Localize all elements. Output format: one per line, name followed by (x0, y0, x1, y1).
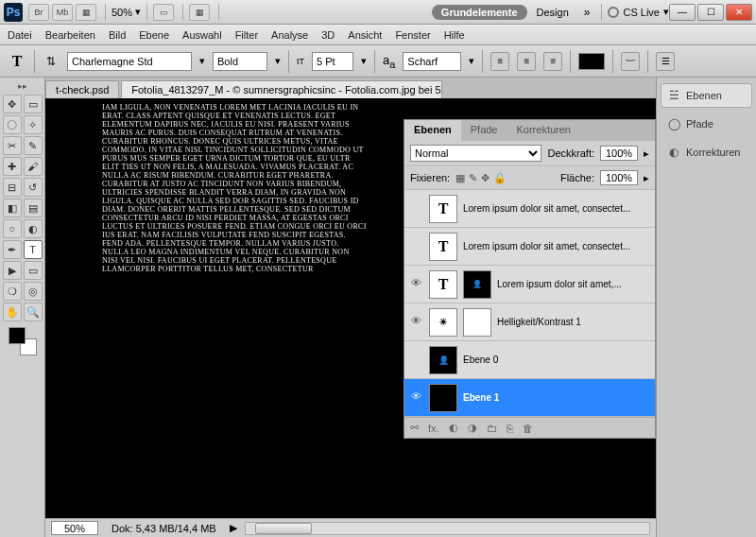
gradient-tool[interactable]: ▤ (24, 199, 43, 217)
scrollbar-thumb[interactable] (255, 523, 312, 534)
hand-tool[interactable]: ✋ (3, 303, 22, 321)
eyedropper-tool[interactable]: ✎ (24, 136, 43, 155)
visibility-icon[interactable]: 👁 (408, 315, 423, 330)
menu-filter[interactable]: Filter (235, 29, 258, 41)
minibridge-button[interactable]: Mb (52, 4, 73, 21)
type-tool[interactable]: T (24, 240, 43, 259)
antialias-field[interactable] (403, 52, 461, 71)
new-group-icon[interactable]: 🗀 (487, 423, 497, 434)
font-family-field[interactable] (67, 52, 192, 71)
dock-korrekturen-button[interactable]: ◐ Korrekturen (661, 140, 752, 165)
char-panel-button[interactable]: ☰ (656, 52, 675, 71)
opacity-field[interactable] (600, 146, 638, 161)
lock-all-icon[interactable]: 🔒 (493, 172, 507, 184)
lock-paint-icon[interactable]: ✎ (469, 172, 477, 184)
font-size-dropdown-icon[interactable]: ▾ (361, 55, 367, 67)
panel-tab-ebenen[interactable]: Ebenen (404, 120, 461, 141)
layer-mask-thumb[interactable] (463, 308, 491, 337)
menu-fenster[interactable]: Fenster (395, 29, 430, 41)
3d-tool[interactable]: ❍ (3, 282, 22, 301)
zoom-dropdown-icon[interactable]: ▾ (135, 6, 141, 18)
font-family-dropdown-icon[interactable]: ▾ (199, 55, 205, 67)
history-brush-tool[interactable]: ↺ (24, 178, 43, 197)
menu-bearbeiten[interactable]: Bearbeiten (45, 29, 95, 41)
status-zoom[interactable]: 50% (51, 521, 98, 535)
layer-row[interactable]: 👁 T Lorem ipsum dolor sit amet, consecte… (404, 228, 655, 266)
menu-auswahl[interactable]: Auswahl (182, 29, 222, 41)
visibility-icon[interactable]: 👁 (408, 201, 423, 217)
workspace-more-icon[interactable]: » (584, 6, 591, 19)
path-select-tool[interactable]: ▶ (3, 261, 22, 280)
font-size-field[interactable] (312, 52, 353, 71)
visibility-icon[interactable]: 👁 (408, 239, 423, 254)
close-button[interactable]: ✕ (726, 4, 752, 21)
menu-ansicht[interactable]: Ansicht (348, 29, 382, 41)
dodge-tool[interactable]: ◐ (24, 219, 43, 238)
warp-text-button[interactable]: 〰 (621, 52, 640, 71)
workspace-grundelemente[interactable]: Grundelemente (432, 5, 527, 20)
layer-row-selected[interactable]: 👁 Ebene 1 (404, 379, 655, 417)
crop-tool[interactable]: ✂ (3, 136, 22, 155)
zoom-tool[interactable]: 🔍 (24, 303, 43, 321)
grid-button[interactable]: ▦ (76, 4, 96, 21)
marquee-tool[interactable]: ▭ (24, 95, 43, 113)
tab-fotolia[interactable]: Fotolia_4813297_M - © sumnersgraphicsinc… (121, 80, 442, 98)
align-left-button[interactable]: ≡ (490, 52, 509, 71)
layer-row[interactable]: 👁 👤 Ebene 0 (404, 341, 655, 379)
visibility-icon[interactable]: 👁 (408, 277, 423, 292)
font-weight-field[interactable] (213, 52, 267, 71)
blur-tool[interactable]: ○ (3, 219, 22, 238)
menu-analyse[interactable]: Analyse (271, 29, 308, 41)
add-mask-icon[interactable]: ◐ (449, 422, 458, 434)
opacity-dropdown-icon[interactable]: ▸ (644, 147, 649, 160)
move-tool[interactable]: ✥ (3, 95, 22, 113)
brush-tool[interactable]: 🖌 (24, 157, 43, 176)
3d-camera-tool[interactable]: ◎ (24, 282, 43, 301)
minimize-button[interactable]: — (669, 4, 696, 21)
workspace-design[interactable]: Design (527, 5, 578, 20)
cslive-button[interactable]: CS Live ▾ (608, 6, 669, 18)
orientation-icon[interactable]: ⇅ (43, 53, 60, 70)
menu-bild[interactable]: Bild (109, 29, 126, 41)
blendmode-select[interactable]: Normal (410, 145, 541, 162)
new-adjustment-icon[interactable]: ◑ (468, 422, 477, 434)
eraser-tool[interactable]: ◧ (3, 199, 22, 217)
panel-tab-pfade[interactable]: Pfade (461, 120, 507, 141)
font-weight-dropdown-icon[interactable]: ▾ (275, 55, 281, 67)
tab-tcheck[interactable]: t-check.psd (45, 80, 119, 98)
shape-tool[interactable]: ▭ (24, 261, 43, 280)
menu-datei[interactable]: Datei (8, 29, 32, 41)
arrange-button[interactable]: ▦ (189, 4, 210, 21)
heal-tool[interactable]: ✚ (3, 157, 22, 176)
h-scrollbar[interactable] (245, 522, 650, 535)
layer-fx-icon[interactable]: fx. (428, 423, 439, 434)
pen-tool[interactable]: ✒ (3, 240, 22, 259)
stamp-tool[interactable]: ⊟ (3, 178, 22, 197)
delete-layer-icon[interactable]: 🗑 (523, 423, 533, 434)
zoom-value[interactable]: 50% (112, 7, 132, 18)
layer-row[interactable]: 👁 ☀ Helligkeit/Kontrast 1 (404, 303, 655, 341)
foreground-color[interactable] (9, 327, 26, 344)
link-layers-icon[interactable]: ⚯ (410, 422, 419, 434)
status-arrow-icon[interactable]: ▶ (230, 522, 237, 534)
collapse-toolbox-icon[interactable]: ▸▸ (18, 81, 27, 91)
visibility-icon[interactable]: 👁 (408, 390, 423, 406)
visibility-icon[interactable]: 👁 (408, 353, 423, 368)
canvas[interactable]: IAM LIGULA, NON VENENATIS LOREM MET LACI… (45, 98, 656, 518)
dock-ebenen-button[interactable]: ☱ Ebenen (661, 83, 752, 108)
menu-3d[interactable]: 3D (321, 29, 335, 41)
wand-tool[interactable]: ✧ (24, 115, 43, 134)
align-right-button[interactable]: ≡ (543, 52, 562, 71)
lock-transparent-icon[interactable]: ▦ (455, 172, 465, 184)
fill-field[interactable] (600, 170, 638, 185)
lasso-tool[interactable]: 〇 (3, 115, 22, 134)
text-color-swatch[interactable] (578, 53, 605, 70)
layer-row[interactable]: 👁 T 👤 Lorem ipsum dolor sit amet,... (404, 266, 655, 303)
fill-dropdown-icon[interactable]: ▸ (644, 172, 649, 184)
maximize-button[interactable]: ☐ (697, 4, 724, 21)
layer-mask-thumb[interactable]: 👤 (463, 270, 491, 299)
panel-tab-korrekturen[interactable]: Korrekturen (507, 120, 579, 141)
menu-ebene[interactable]: Ebene (139, 29, 169, 41)
status-doc-size[interactable]: Dok: 5,43 MB/14,4 MB (106, 523, 222, 534)
lock-move-icon[interactable]: ✥ (481, 172, 490, 184)
